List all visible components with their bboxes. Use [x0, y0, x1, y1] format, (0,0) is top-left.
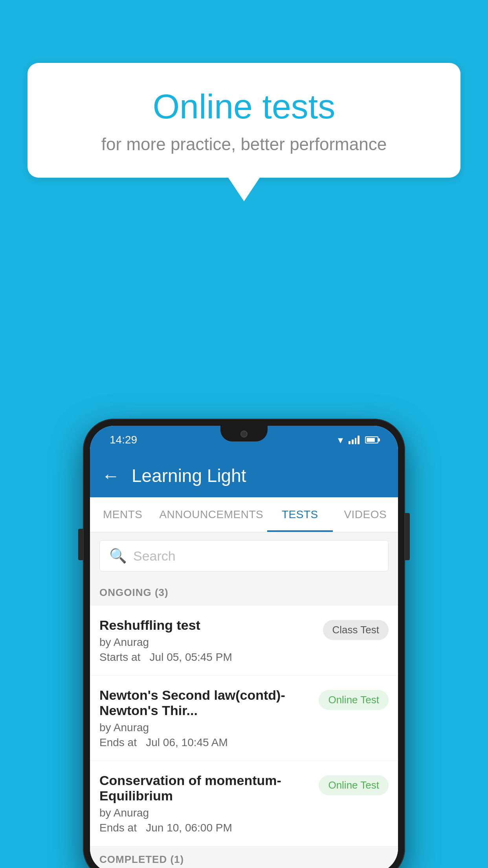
- test-badge-online: Online Test: [319, 775, 389, 795]
- phone-mockup: 14:29 ▾ ← Learning Light: [83, 419, 405, 868]
- test-author: by Anurag: [99, 636, 315, 649]
- test-badge-online: Online Test: [319, 690, 389, 710]
- test-item[interactable]: Reshuffling test by Anurag Starts at Jul…: [90, 606, 398, 676]
- notch: [220, 426, 268, 441]
- search-icon: 🔍: [109, 548, 127, 564]
- ongoing-label: ONGOING (3): [99, 587, 169, 598]
- app-title: Learning Light: [132, 465, 246, 486]
- status-bar: 14:29 ▾: [90, 426, 398, 454]
- test-date: Ends at Jun 10, 06:00 PM: [99, 822, 311, 834]
- back-button[interactable]: ←: [102, 465, 120, 486]
- completed-label: COMPLETED (1): [99, 853, 184, 865]
- test-item-content: Reshuffling test by Anurag Starts at Jul…: [99, 618, 323, 664]
- tabs-bar: MENTS ANNOUNCEMENTS TESTS VIDEOS: [90, 497, 398, 532]
- test-badge-class: Class Test: [323, 620, 389, 640]
- speech-bubble: Online tests for more practice, better p…: [28, 63, 460, 178]
- speech-bubble-section: Online tests for more practice, better p…: [28, 63, 460, 201]
- test-item-content: Conservation of momentum-Equilibrium by …: [99, 773, 319, 834]
- test-item-content: Newton's Second law(contd)-Newton's Thir…: [99, 688, 319, 749]
- search-input[interactable]: Search: [133, 548, 176, 564]
- wifi-icon: ▾: [338, 434, 343, 446]
- test-item[interactable]: Conservation of momentum-Equilibrium by …: [90, 761, 398, 846]
- speech-bubble-title: Online tests: [59, 86, 429, 127]
- phone-screen: 14:29 ▾ ← Learning Light: [90, 426, 398, 868]
- phone-outer: 14:29 ▾ ← Learning Light: [83, 419, 405, 868]
- tab-announcements[interactable]: ANNOUNCEMENTS: [155, 497, 267, 532]
- test-author: by Anurag: [99, 721, 311, 734]
- test-list: Reshuffling test by Anurag Starts at Jul…: [90, 606, 398, 846]
- signal-icon: [349, 436, 360, 444]
- test-date: Ends at Jul 06, 10:45 AM: [99, 736, 311, 749]
- completed-section-header: COMPLETED (1): [90, 846, 398, 868]
- camera: [240, 430, 248, 438]
- status-time: 14:29: [110, 434, 137, 446]
- test-title: Conservation of momentum-Equilibrium: [99, 773, 311, 804]
- tab-tests[interactable]: TESTS: [267, 497, 332, 532]
- test-date: Starts at Jul 05, 05:45 PM: [99, 651, 315, 664]
- tab-videos[interactable]: VIDEOS: [333, 497, 398, 532]
- speech-bubble-subtitle: for more practice, better performance: [59, 134, 429, 154]
- search-box[interactable]: 🔍 Search: [99, 540, 389, 572]
- test-author: by Anurag: [99, 807, 311, 819]
- search-container: 🔍 Search: [90, 532, 398, 579]
- test-title: Newton's Second law(contd)-Newton's Thir…: [99, 688, 311, 718]
- app-bar: ← Learning Light: [90, 454, 398, 497]
- tab-ments[interactable]: MENTS: [90, 497, 155, 532]
- ongoing-section-header: ONGOING (3): [90, 579, 398, 606]
- speech-bubble-arrow: [228, 178, 260, 201]
- battery-icon: [365, 436, 378, 443]
- test-title: Reshuffling test: [99, 618, 315, 633]
- status-icons: ▾: [338, 434, 378, 446]
- test-item[interactable]: Newton's Second law(contd)-Newton's Thir…: [90, 676, 398, 761]
